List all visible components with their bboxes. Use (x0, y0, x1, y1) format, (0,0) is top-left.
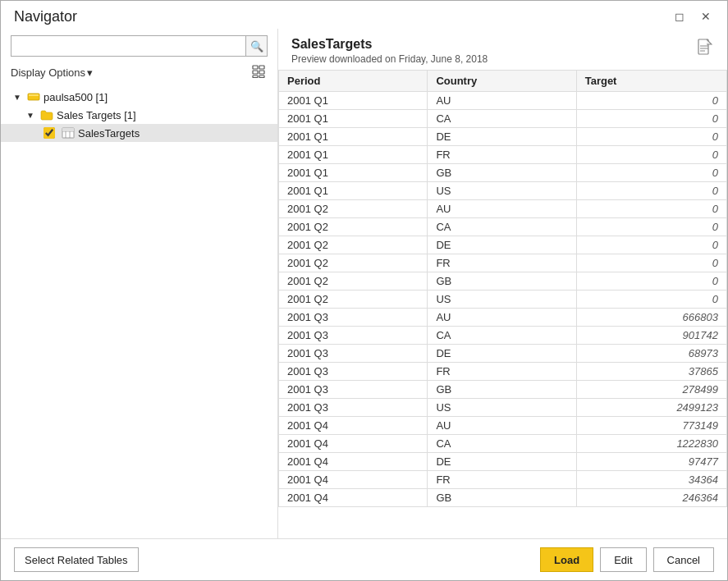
cell-target: 773149 (576, 417, 726, 435)
footer: Select Related Tables Load Edit Cancel (1, 538, 727, 580)
table-row: 2001 Q2GB0 (279, 272, 727, 290)
paulsa500-label: paulsa500 [1] (43, 91, 108, 103)
cell-country: CA (428, 327, 576, 345)
cell-target: 37865 (576, 363, 726, 381)
folder-icon (40, 108, 53, 121)
table-row: 2001 Q1GB0 (279, 164, 727, 182)
cell-period: 2001 Q1 (279, 146, 428, 164)
table-row: 2001 Q3US2499123 (279, 399, 727, 417)
table-row: 2001 Q4CA1222830 (279, 435, 727, 453)
cell-period: 2001 Q1 (279, 128, 428, 146)
restore-button[interactable]: ◻ (668, 7, 691, 25)
footer-left: Select Related Tables (14, 547, 139, 572)
close-icon: ✕ (701, 10, 711, 23)
cell-target: 0 (576, 236, 726, 254)
sales-targets-checkbox[interactable] (43, 127, 55, 139)
preview-title: SalesTargets (291, 37, 488, 52)
svg-rect-4 (253, 75, 258, 78)
title-bar-controls: ◻ ✕ (668, 7, 717, 25)
preview-header: SalesTargets Preview downloaded on Frida… (278, 29, 727, 70)
table-row: 2001 Q1CA0 (279, 110, 727, 128)
cell-period: 2001 Q4 (279, 453, 428, 471)
table-row: 2001 Q2CA0 (279, 218, 727, 236)
cell-country: FR (428, 254, 576, 272)
svg-rect-0 (253, 66, 258, 69)
tree-item-sales-targets[interactable]: SalesTargets (1, 124, 277, 142)
tree-item-paulsa500[interactable]: ▼ paulsa500 [1] (1, 88, 277, 106)
cell-target: 0 (576, 146, 726, 164)
svg-rect-7 (29, 94, 39, 96)
cell-period: 2001 Q2 (279, 218, 428, 236)
svg-rect-2 (253, 71, 258, 74)
cell-country: FR (428, 471, 576, 489)
search-button[interactable]: 🔍 (246, 35, 268, 57)
cell-country: US (428, 399, 576, 417)
cell-country: AU (428, 200, 576, 218)
left-panel: 🔍 Display Options ▾ (1, 29, 278, 538)
cell-target: 68973 (576, 345, 726, 363)
cell-country: DE (428, 345, 576, 363)
preview-icon-button[interactable] (696, 37, 714, 60)
load-button[interactable]: Load (540, 547, 593, 572)
cell-period: 2001 Q3 (279, 309, 428, 327)
cell-country: GB (428, 489, 576, 507)
display-options-button[interactable]: Display Options ▾ (11, 66, 93, 79)
server-icon (27, 90, 40, 103)
cell-target: 97477 (576, 453, 726, 471)
preview-file-icon (698, 43, 712, 57)
cell-target: 0 (576, 182, 726, 200)
data-table: Period Country Target 2001 Q1AU02001 Q1C… (278, 70, 727, 507)
cell-period: 2001 Q3 (279, 345, 428, 363)
cell-country: DE (428, 128, 576, 146)
cell-country: AU (428, 92, 576, 110)
close-button[interactable]: ✕ (694, 7, 717, 25)
data-table-container: Period Country Target 2001 Q1AU02001 Q1C… (278, 70, 727, 538)
cell-country: DE (428, 453, 576, 471)
sales-targets-label: SalesTargets (78, 127, 140, 140)
svg-rect-5 (259, 75, 264, 78)
col-header-period: Period (279, 71, 428, 92)
cell-target: 0 (576, 128, 726, 146)
restore-icon: ◻ (675, 10, 685, 23)
cell-country: DE (428, 236, 576, 254)
footer-right: Load Edit Cancel (540, 547, 714, 572)
tree-view-toggle-button[interactable] (250, 63, 268, 81)
cell-country: GB (428, 272, 576, 290)
cell-target: 246364 (576, 489, 726, 507)
search-input[interactable] (11, 35, 246, 57)
search-row: 🔍 (1, 35, 277, 62)
select-related-tables-button[interactable]: Select Related Tables (14, 547, 139, 572)
table-row: 2001 Q3GB278499 (279, 381, 727, 399)
navigator-dialog: Navigator ◻ ✕ 🔍 Display Options (0, 0, 728, 581)
cell-target: 2499123 (576, 399, 726, 417)
col-header-target: Target (576, 71, 726, 92)
dialog-title: Navigator (14, 8, 77, 25)
table-row: 2001 Q2FR0 (279, 254, 727, 272)
cell-target: 34364 (576, 471, 726, 489)
cell-target: 0 (576, 254, 726, 272)
cell-period: 2001 Q4 (279, 489, 428, 507)
title-bar: Navigator ◻ ✕ (1, 1, 727, 29)
table-row: 2001 Q3AU666803 (279, 309, 727, 327)
edit-button[interactable]: Edit (600, 547, 646, 572)
cell-country: CA (428, 110, 576, 128)
cell-target: 0 (576, 110, 726, 128)
cell-target: 1222830 (576, 435, 726, 453)
cell-period: 2001 Q2 (279, 200, 428, 218)
cell-country: FR (428, 363, 576, 381)
cell-period: 2001 Q1 (279, 164, 428, 182)
cell-period: 2001 Q2 (279, 272, 428, 290)
cell-period: 2001 Q3 (279, 399, 428, 417)
tree-item-sales-targets-group[interactable]: ▼ Sales Targets [1] (1, 106, 277, 124)
cell-target: 0 (576, 164, 726, 182)
table-row: 2001 Q3CA901742 (279, 327, 727, 345)
expand-arrow-paulsa500: ▼ (11, 90, 24, 103)
table-row: 2001 Q2US0 (279, 290, 727, 309)
table-row: 2001 Q4DE97477 (279, 453, 727, 471)
display-options-row: Display Options ▾ (1, 62, 277, 88)
cell-country: AU (428, 309, 576, 327)
cell-period: 2001 Q1 (279, 110, 428, 128)
cancel-button[interactable]: Cancel (653, 547, 714, 572)
display-options-arrow-icon: ▾ (87, 66, 93, 79)
table-row: 2001 Q4GB246364 (279, 489, 727, 507)
